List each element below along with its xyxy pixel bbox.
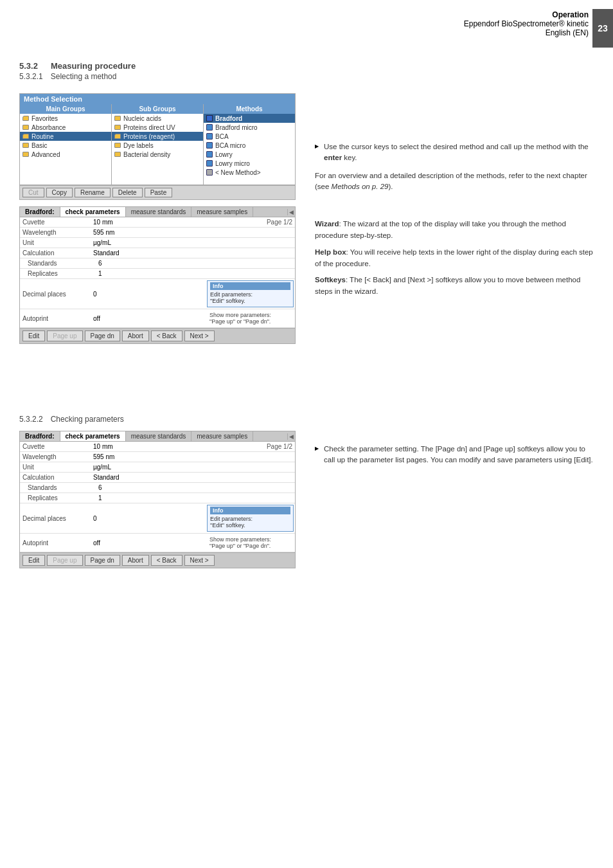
header-product: Eppendorf BioSpectrometer® kinetic bbox=[464, 19, 589, 28]
page-up-button-1[interactable]: Page up bbox=[47, 330, 82, 341]
method-new-icon bbox=[206, 168, 213, 176]
helpbox-para: Help box: You will receive help texts in… bbox=[315, 247, 598, 270]
tab-check-parameters[interactable]: check parameters bbox=[60, 207, 126, 217]
paste-button[interactable]: Paste bbox=[145, 188, 173, 197]
value-cuvette: 10 mm bbox=[91, 217, 264, 227]
right-column-2: Check the parameter setting. The [Page d… bbox=[315, 444, 598, 466]
label-calculation: Calculation bbox=[20, 248, 91, 258]
cut-button[interactable]: Cut bbox=[22, 188, 44, 197]
methods-body: Bradford Bradford micro BCA BCA micro bbox=[204, 114, 295, 185]
folder-open-icon bbox=[22, 114, 30, 122]
methods-col: Methods Bradford Bradford micro BCA bbox=[204, 104, 295, 185]
section-title-5322: Checking parameters bbox=[51, 415, 124, 424]
main-groups-col: Main Groups Favorites Absorbance Routine bbox=[20, 104, 112, 185]
value-replicates-2: 1 bbox=[96, 493, 295, 503]
params-row-wavelength: Wavelength 595 nm bbox=[20, 228, 295, 238]
params-main-2: Cuvette 10 mm Page 1/2 Wavelength 595 nm… bbox=[20, 442, 295, 552]
list-item[interactable]: Lowry bbox=[204, 150, 295, 159]
label-unit-2: Unit bbox=[20, 462, 91, 472]
back-button-1[interactable]: < Back bbox=[151, 330, 182, 341]
label-standards: Standards bbox=[25, 258, 96, 268]
params-row-decimal-2: Decimal places 0 Info Edit parameters:"E… bbox=[20, 503, 295, 534]
folder-icon bbox=[114, 150, 121, 158]
rename-button[interactable]: Rename bbox=[75, 188, 111, 197]
label-cuvette: Cuvette bbox=[20, 217, 91, 227]
tab-measure-standards-2[interactable]: measure standards bbox=[126, 431, 192, 441]
tab-measure-samples-2[interactable]: measure samples bbox=[191, 431, 253, 441]
list-item[interactable]: Routine bbox=[20, 132, 111, 141]
value-wavelength-2: 595 nm bbox=[91, 452, 295, 462]
next-button-1[interactable]: Next > bbox=[184, 330, 215, 341]
list-item[interactable]: Basic bbox=[20, 141, 111, 150]
method-icon bbox=[206, 150, 213, 158]
edit-button-1[interactable]: Edit bbox=[22, 330, 45, 341]
folder-open-icon bbox=[114, 132, 121, 140]
softkeys-para: Softkeys: The [< Back] and [Next >] soft… bbox=[315, 275, 598, 298]
list-item[interactable]: Dye labels bbox=[112, 141, 203, 150]
right-text-wizard-section: Wizard: The wizard at the top of the dis… bbox=[315, 219, 598, 298]
method-icon bbox=[206, 159, 213, 167]
method-selection-dialog: Method Selection Main Groups Favorites A… bbox=[19, 93, 296, 200]
label-autoprint: Autoprint bbox=[20, 314, 91, 323]
back-button-2[interactable]: < Back bbox=[151, 555, 182, 566]
params-row-autoprint: Autoprint off Show more parameters:"Page… bbox=[20, 309, 295, 328]
section-title-532: Measuring procedure bbox=[51, 61, 136, 71]
page-dn-button-1[interactable]: Page dn bbox=[85, 330, 120, 341]
info-header-1: Info bbox=[210, 282, 290, 290]
params-row-cuvette: Cuvette 10 mm Page 1/2 bbox=[20, 217, 295, 228]
label-wavelength: Wavelength bbox=[20, 228, 91, 237]
delete-button[interactable]: Delete bbox=[112, 188, 143, 197]
folder-icon bbox=[22, 123, 30, 131]
tab-measure-samples[interactable]: measure samples bbox=[191, 207, 253, 217]
value-standards-2: 6 bbox=[96, 483, 295, 493]
page-dn-button-2[interactable]: Page dn bbox=[85, 555, 120, 566]
list-item[interactable]: Lowry micro bbox=[204, 159, 295, 168]
value-unit: µg/mL bbox=[91, 238, 295, 248]
info-para-1: For an overview and a detailed descripti… bbox=[315, 170, 598, 194]
method-buttons-bar: Cut Copy Rename Delete Paste bbox=[20, 185, 295, 199]
list-item[interactable]: Proteins direct UV bbox=[112, 123, 203, 132]
page-up-button-2[interactable]: Page up bbox=[47, 555, 82, 566]
list-item[interactable]: Bacterial density bbox=[112, 150, 203, 159]
next-button-2[interactable]: Next > bbox=[184, 555, 215, 566]
info-subtext-2: Show more parameters:"Page up" or "Page … bbox=[207, 535, 294, 550]
left-column-1: Method Selection Main Groups Favorites A… bbox=[19, 93, 296, 344]
list-item[interactable]: Nucleic acids bbox=[112, 114, 203, 123]
params-row-autoprint-2: Autoprint off Show more parameters:"Page… bbox=[20, 534, 295, 552]
list-item[interactable]: Advanced bbox=[20, 150, 111, 159]
sub-groups-body: Nucleic acids Proteins direct UV Protein… bbox=[112, 114, 203, 185]
params-row-unit: Unit µg/mL bbox=[20, 238, 295, 248]
info-box-2: Info Edit parameters:"Edit" softkey. bbox=[207, 505, 294, 532]
method-icon bbox=[206, 141, 213, 149]
edit-button-2[interactable]: Edit bbox=[22, 555, 45, 566]
value-replicates: 1 bbox=[96, 269, 295, 278]
value-decimal: 0 bbox=[91, 289, 206, 299]
tab-prefix-bradford: Bradford: bbox=[20, 207, 60, 217]
header-operation: Operation bbox=[464, 10, 589, 19]
info-header-2: Info bbox=[210, 507, 290, 514]
params-row-cuvette-2: Cuvette 10 mm Page 1/2 bbox=[20, 442, 295, 452]
list-item[interactable]: BCA micro bbox=[204, 141, 295, 150]
list-item[interactable]: Absorbance bbox=[20, 123, 111, 132]
list-item[interactable]: Favorites bbox=[20, 114, 111, 123]
abort-button-1[interactable]: Abort bbox=[122, 330, 149, 341]
value-wavelength: 595 nm bbox=[91, 228, 295, 237]
right-column-1: Use the cursor keys to select the desire… bbox=[315, 141, 598, 303]
abort-button-2[interactable]: Abort bbox=[122, 555, 149, 566]
value-decimal-2: 0 bbox=[91, 514, 206, 523]
params-row-standards-2: Standards 6 bbox=[20, 483, 295, 493]
value-unit-2: µg/mL bbox=[91, 462, 295, 472]
list-item[interactable]: BCA bbox=[204, 132, 295, 141]
folder-icon bbox=[114, 123, 121, 131]
list-item[interactable]: Bradford bbox=[204, 114, 295, 123]
section-heading-532: 5.3.2 Measuring procedure 5.3.2.1 Select… bbox=[19, 61, 136, 81]
list-item[interactable]: Bradford micro bbox=[204, 123, 295, 132]
tab-measure-standards[interactable]: measure standards bbox=[126, 207, 192, 217]
copy-button[interactable]: Copy bbox=[46, 188, 73, 197]
tabs-bar-1: Bradford: check parameters measure stand… bbox=[19, 206, 296, 217]
value-calculation-2: Standard bbox=[91, 473, 295, 482]
label-replicates: Replicates bbox=[25, 269, 96, 278]
list-item[interactable]: < New Method> bbox=[204, 168, 295, 177]
tab-check-parameters-2[interactable]: check parameters bbox=[60, 431, 126, 441]
list-item[interactable]: Proteins (reagent) bbox=[112, 132, 203, 141]
